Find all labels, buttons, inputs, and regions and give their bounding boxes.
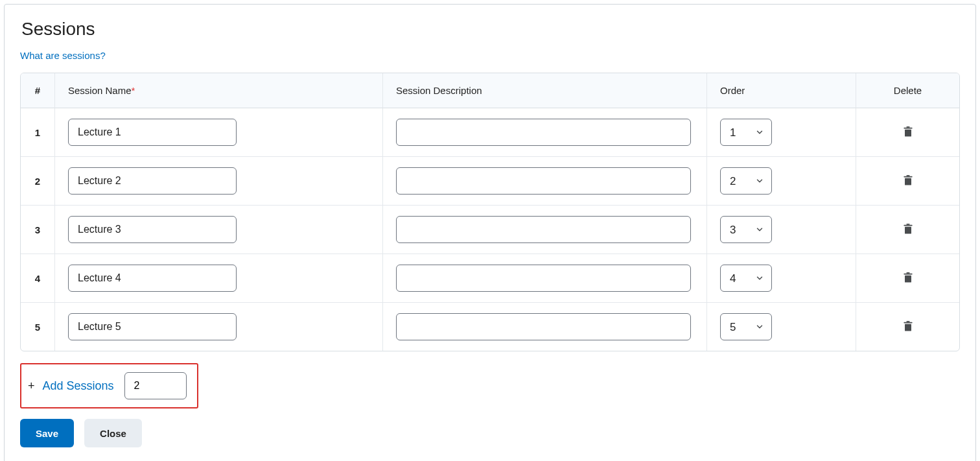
add-sessions-count-input[interactable] — [124, 372, 187, 399]
trash-icon — [902, 222, 915, 236]
order-select[interactable]: 2 — [720, 167, 772, 195]
trash-icon — [902, 173, 915, 187]
order-select[interactable]: 3 — [720, 216, 772, 243]
svg-rect-12 — [905, 324, 911, 331]
svg-rect-0 — [905, 129, 911, 136]
svg-rect-6 — [905, 226, 911, 233]
svg-rect-14 — [906, 321, 909, 322]
sessions-panel: Sessions What are sessions? # Session Na… — [4, 4, 976, 461]
svg-rect-9 — [905, 275, 911, 282]
trash-icon — [902, 319, 915, 333]
svg-rect-10 — [904, 273, 912, 274]
col-name-label: Session Name — [68, 85, 132, 96]
delete-button[interactable] — [898, 169, 918, 193]
row-number: 4 — [21, 254, 54, 302]
session-name-input[interactable] — [68, 265, 237, 292]
col-description: Session Description — [382, 73, 706, 108]
add-sessions-button[interactable]: + Add Sessions — [28, 379, 114, 393]
session-name-input[interactable] — [68, 313, 237, 340]
table-row: 2 2 — [21, 156, 959, 205]
svg-rect-8 — [906, 224, 909, 225]
table-row: 3 3 — [21, 205, 959, 254]
session-name-input[interactable] — [68, 167, 237, 195]
svg-rect-7 — [904, 224, 912, 226]
svg-rect-2 — [906, 126, 909, 128]
add-sessions-label: Add Sessions — [43, 379, 114, 393]
save-button[interactable]: Save — [20, 419, 74, 447]
session-description-input[interactable] — [396, 265, 691, 292]
session-description-input[interactable] — [396, 167, 691, 195]
delete-button[interactable] — [898, 315, 918, 339]
session-description-input[interactable] — [396, 313, 691, 340]
close-button[interactable]: Close — [84, 419, 142, 447]
session-description-input[interactable] — [396, 119, 691, 146]
row-number: 3 — [21, 205, 54, 254]
svg-rect-1 — [904, 127, 912, 128]
row-number: 2 — [21, 156, 54, 205]
col-name: Session Name* — [54, 73, 382, 108]
session-name-input[interactable] — [68, 119, 237, 146]
delete-button[interactable] — [898, 266, 918, 290]
plus-icon: + — [28, 379, 35, 393]
svg-rect-5 — [906, 175, 909, 176]
order-select[interactable]: 5 — [720, 313, 772, 340]
delete-button[interactable] — [898, 218, 918, 242]
trash-icon — [902, 124, 915, 139]
svg-rect-13 — [904, 322, 912, 323]
sessions-table: # Session Name* Session Description Orde… — [20, 73, 960, 351]
col-delete: Delete — [856, 73, 959, 108]
button-row: Save Close — [20, 419, 960, 447]
svg-rect-4 — [904, 176, 912, 177]
required-mark: * — [132, 85, 135, 96]
add-sessions-region: + Add Sessions — [20, 363, 198, 408]
session-description-input[interactable] — [396, 216, 691, 243]
order-select[interactable]: 4 — [720, 265, 772, 292]
trash-icon — [902, 270, 915, 285]
row-number: 1 — [21, 108, 54, 156]
order-select[interactable]: 1 — [720, 119, 772, 146]
col-number: # — [21, 73, 54, 108]
table-row: 4 4 — [21, 254, 959, 302]
page-title: Sessions — [21, 19, 960, 40]
col-order: Order — [706, 73, 856, 108]
table-row: 5 5 — [21, 302, 959, 351]
session-name-input[interactable] — [68, 216, 237, 243]
delete-button[interactable] — [898, 121, 918, 145]
svg-rect-3 — [905, 178, 911, 185]
help-link[interactable]: What are sessions? — [20, 50, 106, 61]
table-row: 1 1 — [21, 108, 959, 156]
row-number: 5 — [21, 302, 54, 351]
svg-rect-11 — [906, 272, 909, 274]
